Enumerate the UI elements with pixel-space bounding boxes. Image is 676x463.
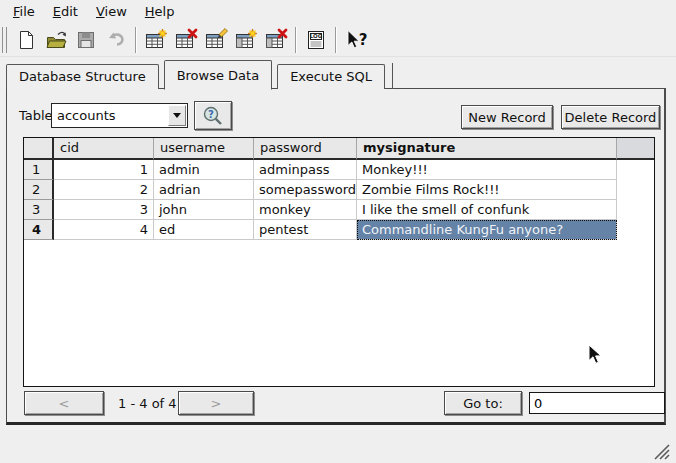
toolbar-separator [295,27,297,53]
menu-bar: File Edit View Help [0,0,676,23]
delete-index-button[interactable] [262,26,290,54]
menu-help[interactable]: Help [136,2,184,21]
cell-username[interactable]: ed [154,220,254,240]
create-index-button[interactable] [232,26,260,54]
toolbar: LOG ? [0,23,676,57]
save-icon [74,28,98,52]
cell-username[interactable]: admin [154,160,254,180]
save-database-button[interactable] [72,26,100,54]
delete-record-button[interactable]: Delete Record [561,105,660,129]
chevron-down-icon [173,113,181,118]
delete-table-button[interactable] [172,26,200,54]
row-header[interactable]: 2 [24,180,54,200]
cell-cid[interactable]: 2 [54,180,154,200]
tab-browse-data[interactable]: Browse Data [164,60,273,90]
cell-password[interactable]: somepassword [254,180,357,200]
toolbar-separator [135,27,137,53]
row-header[interactable]: 3 [24,200,54,220]
column-header-password[interactable]: password [254,138,357,160]
cell-mysignature[interactable]: I like the smell of confunk [357,200,617,220]
previous-page-button[interactable]: < [24,391,104,415]
goto-button[interactable]: Go to: [444,391,522,415]
record-range-label: 1 - 4 of 4 [118,396,177,411]
table-edit-icon [204,28,228,52]
next-page-button[interactable]: > [178,391,254,415]
cell-password[interactable]: monkey [254,200,357,220]
create-table-button[interactable] [142,26,170,54]
cell-password[interactable]: pentest [254,220,357,240]
row-header[interactable]: 1 [24,160,54,180]
magnifier-icon: ? [200,104,226,128]
menu-view[interactable]: View [87,2,136,21]
table-select[interactable]: accounts [51,103,188,128]
index-delete-icon [264,28,288,52]
table-delete-icon [174,28,198,52]
column-header-username[interactable]: username [154,138,254,160]
cell-password[interactable]: adminpass [254,160,357,180]
help-cursor-icon: ? [343,28,369,52]
new-database-button[interactable] [12,26,40,54]
tab-database-structure[interactable]: Database Structure [6,64,159,89]
toolbar-separator [335,27,337,53]
grid-corner-header[interactable] [24,138,54,160]
show-log-button[interactable]: LOG [302,26,330,54]
tab-execute-sql[interactable]: Execute SQL [277,64,385,89]
cell-mysignature-selected[interactable]: Commandline KungFu anyone? [357,220,617,240]
toolbar-drag-handle[interactable] [2,27,7,53]
cell-username[interactable]: adrian [154,180,254,200]
goto-input[interactable] [529,392,665,414]
cell-mysignature[interactable]: Monkey!!! [357,160,617,180]
browse-data-panel: Table: accounts ? New Record Delete Reco… [6,88,666,425]
column-header-cid[interactable]: cid [54,138,154,160]
column-header-stub [617,138,654,160]
resize-grip[interactable] [648,438,670,460]
cell-cid[interactable]: 3 [54,200,154,220]
svg-text:LOG: LOG [310,33,323,39]
svg-text:?: ? [359,30,368,48]
svg-text:?: ? [208,108,214,119]
table-new-icon [144,28,168,52]
cell-cid[interactable]: 1 [54,160,154,180]
column-header-mysignature[interactable]: mysignature [357,138,617,160]
revert-changes-button[interactable] [102,26,130,54]
modify-table-button[interactable] [202,26,230,54]
menu-file[interactable]: File [4,2,44,21]
app-window: File Edit View Help [0,0,676,463]
row-header-selected[interactable]: 4 [24,220,54,240]
undo-icon [104,28,128,52]
open-database-button[interactable] [42,26,70,54]
table-select-value: accounts [52,108,168,123]
index-new-icon [234,28,258,52]
cell-mysignature[interactable]: Zombie Films Rock!!! [357,180,617,200]
tabbar-end-divider [392,63,393,89]
open-folder-icon [44,28,68,52]
new-file-icon [14,28,38,52]
log-icon: LOG [304,28,328,52]
mouse-cursor-icon [588,344,602,365]
new-record-button[interactable]: New Record [461,105,553,129]
cell-username[interactable]: john [154,200,254,220]
menu-edit[interactable]: Edit [44,2,87,21]
data-grid: cid username password mysignature 1 1 ad… [23,137,655,387]
whats-this-button[interactable]: ? [342,26,370,54]
tab-bar: Database Structure Browse Data Execute S… [6,60,393,89]
search-button[interactable]: ? [194,101,232,130]
table-select-dropdown-button[interactable] [168,105,186,126]
cell-cid[interactable]: 4 [54,220,154,240]
